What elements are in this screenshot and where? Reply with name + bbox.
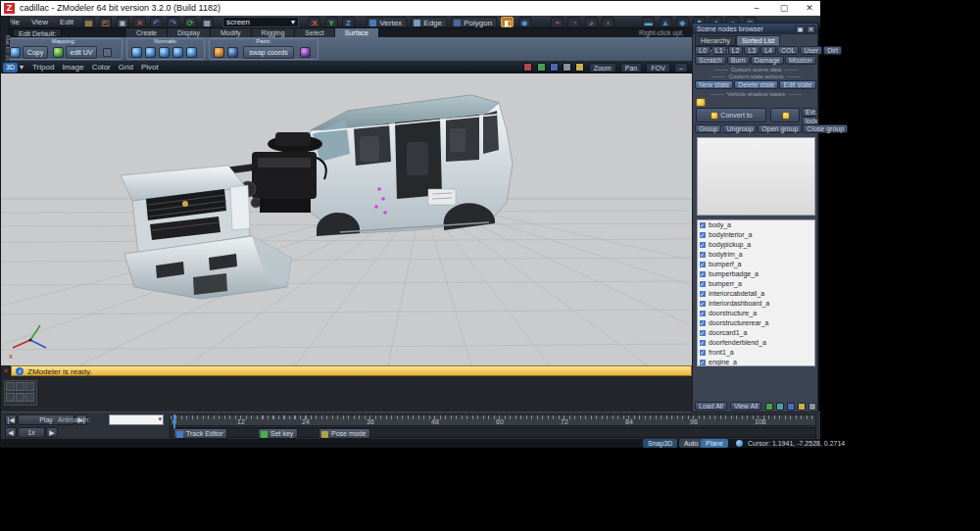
viewport-3d-scene[interactable]: x <box>1 73 692 365</box>
list-item[interactable]: doorstructurerear_a <box>698 318 814 328</box>
edit-uv-icon[interactable] <box>53 47 64 58</box>
open-folder-icon[interactable]: ◰ <box>99 17 112 27</box>
paint-bucket-icon[interactable] <box>214 47 224 58</box>
view-all-button[interactable]: View All <box>730 402 761 410</box>
palette-button[interactable] <box>6 393 15 402</box>
copy-uv-icon[interactable] <box>10 47 21 58</box>
show-gray-icon[interactable] <box>808 403 816 410</box>
list-item[interactable]: interiordashboard_a <box>698 299 814 309</box>
list-item[interactable]: bumperr_a <box>698 279 814 289</box>
object-name[interactable]: doorfenderblend_a <box>709 339 766 346</box>
viewport-menu-item[interactable]: Tripod <box>32 63 54 72</box>
palette-button[interactable] <box>25 382 34 391</box>
object-name[interactable]: doorstructurerear_a <box>709 319 768 326</box>
object-name[interactable]: bumperbadge_a <box>709 270 759 277</box>
vertex-paint-icon[interactable]: ◔ <box>567 17 580 27</box>
track-editor-toggle[interactable]: Track Editor <box>173 428 227 439</box>
drops-button[interactable]: Drops <box>770 108 800 122</box>
viewport-menu-item[interactable]: Grid <box>119 63 133 72</box>
vertex-mode-button[interactable]: Vertex <box>367 17 407 27</box>
shading-green-icon[interactable] <box>537 63 546 72</box>
object-visibility-checkbox[interactable] <box>700 340 706 346</box>
ribbon-tab[interactable]: Rigging <box>252 28 296 37</box>
list-item[interactable]: bodyinterior_a <box>698 230 814 240</box>
shading-blue-icon[interactable] <box>550 63 559 72</box>
axis-x-toggle[interactable]: X <box>308 17 320 27</box>
damage-state-button[interactable]: Damage <box>751 56 784 65</box>
redo-icon[interactable]: ↷ <box>167 17 179 27</box>
damage-state-button[interactable]: Scratch <box>695 56 726 65</box>
go-first-frame-button[interactable]: |◀ <box>5 414 17 425</box>
snap-plane-toggle[interactable]: Plane <box>701 439 728 448</box>
shading-red-icon[interactable] <box>523 63 532 72</box>
object-visibility-checkbox[interactable] <box>700 281 706 287</box>
group-action-button[interactable]: Ungroup <box>722 124 757 133</box>
object-name[interactable]: bodytrim_a <box>709 251 743 258</box>
display-settings-icon[interactable]: ▦ <box>201 17 214 27</box>
minimize-button[interactable]: – <box>744 1 769 16</box>
object-visibility-checkbox[interactable] <box>700 291 706 297</box>
state-action-button[interactable]: Edit state <box>779 80 815 89</box>
light-icon[interactable] <box>575 63 584 72</box>
object-visibility-checkbox[interactable] <box>700 222 706 228</box>
palette-button[interactable] <box>16 393 24 402</box>
object-visibility-checkbox[interactable] <box>700 360 706 365</box>
object-visibility-checkbox[interactable] <box>700 301 706 307</box>
fov-button[interactable]: FOV <box>646 63 669 72</box>
edge-mode-button[interactable]: Edge <box>411 17 447 27</box>
paint-brush-icon[interactable] <box>227 47 238 58</box>
object-name[interactable]: engine_a <box>709 359 737 365</box>
convert-to-compound-button[interactable]: Convert to Compound <box>696 108 766 122</box>
swap-coords-button[interactable]: swap coords <box>243 46 294 59</box>
polygon-mode-button[interactable]: Polygon <box>451 17 497 27</box>
paint-mask-icon[interactable] <box>300 47 311 58</box>
lod-state-button[interactable]: Dirt <box>823 46 842 55</box>
viewport-menu-item[interactable]: Color <box>92 63 111 72</box>
ribbon-tab[interactable]: Display <box>168 28 211 37</box>
palette-button[interactable] <box>25 393 34 402</box>
object-name[interactable]: bumperf_a <box>709 261 741 267</box>
object-name[interactable]: bodypickup_a <box>709 241 751 248</box>
object-visibility-checkbox[interactable] <box>700 311 706 316</box>
menu-item[interactable]: Edit <box>54 16 79 28</box>
damage-state-button[interactable]: Burn <box>727 56 750 65</box>
load-all-button[interactable]: Load All <box>695 402 727 410</box>
normals-calculate-icon[interactable] <box>131 47 142 58</box>
ribbon-tab[interactable]: Select <box>295 28 334 37</box>
list-item[interactable]: interiorcabdetail_a <box>698 289 814 299</box>
panel-float-button[interactable]: ▣ <box>796 25 805 33</box>
show-yellow-icon[interactable] <box>798 403 806 410</box>
set-key-button[interactable]: Set key <box>258 428 298 439</box>
list-item[interactable]: front1_a <box>698 348 814 358</box>
smooth-paint-icon[interactable]: ◕ <box>585 17 598 27</box>
object-name[interactable]: doorstructure_a <box>709 310 757 316</box>
lod-state-button[interactable]: L1 <box>711 46 727 55</box>
object-name[interactable]: doorcard1_a <box>709 329 747 336</box>
refresh-icon[interactable]: ⟳ <box>184 17 197 27</box>
snap-auto-toggle[interactable]: Auto <box>679 439 703 448</box>
viewport-menu-item[interactable]: Pivot <box>141 63 159 72</box>
pan-button[interactable]: Pan <box>620 63 642 72</box>
playback-speed-button[interactable]: 1x <box>18 427 45 438</box>
group-action-button[interactable]: Close group <box>803 124 848 133</box>
normals-harden-icon[interactable] <box>186 47 197 58</box>
list-item[interactable]: doorcard1_a <box>698 328 814 338</box>
object-visibility-checkbox[interactable] <box>700 262 706 267</box>
close-button[interactable]: ✕ <box>797 1 822 16</box>
ext-button[interactable]: Ext. <box>802 108 816 117</box>
maximize-button[interactable]: ▢ <box>771 1 797 16</box>
object-name[interactable]: interiordashboard_a <box>709 300 769 307</box>
object-name[interactable]: bumperr_a <box>709 280 742 287</box>
material-icon[interactable]: ◉ <box>518 17 531 27</box>
palette-button[interactable] <box>16 382 24 391</box>
edit-default-button[interactable]: Edit Default: <box>13 28 62 37</box>
paint-tool-icon[interactable]: ◓ <box>551 17 564 27</box>
zoom-button[interactable]: Zoom <box>589 63 616 72</box>
ribbon-tab[interactable]: Surface <box>335 28 379 37</box>
viewport-menu-item[interactable]: Image <box>62 63 83 72</box>
object-visibility-checkbox[interactable] <box>700 330 706 336</box>
list-item[interactable]: bodytrim_a <box>698 250 814 260</box>
new-file-icon[interactable]: ▤ <box>82 17 95 27</box>
copy-button[interactable]: Copy <box>23 46 48 59</box>
group-action-button[interactable]: Group <box>695 124 721 133</box>
